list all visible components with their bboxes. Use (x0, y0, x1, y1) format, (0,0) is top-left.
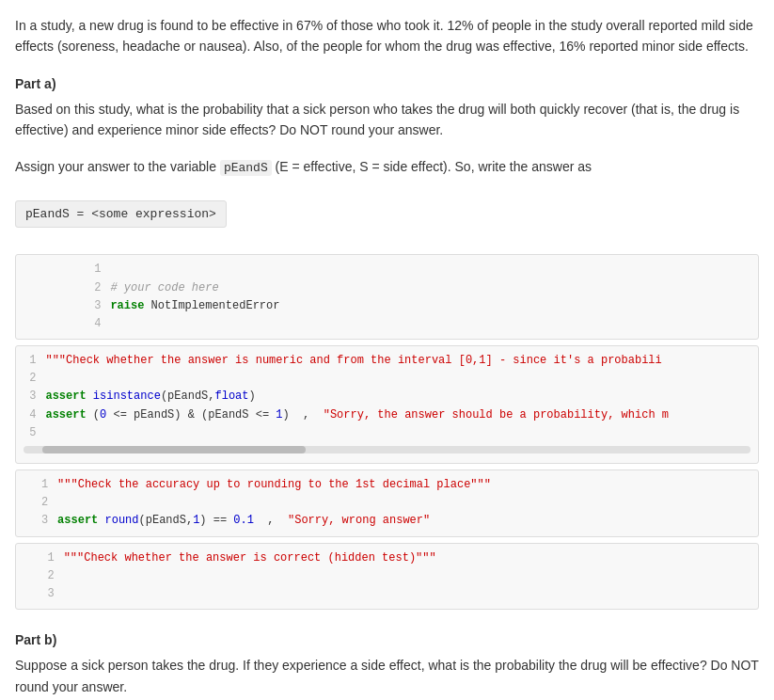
check3-code-block: 1 """Check whether the answer is correct… (15, 543, 759, 611)
check1-line-num-5: 5 (16, 424, 45, 442)
check3-line-1: 1 """Check whether the answer is correct… (16, 549, 758, 567)
check1-code-block: 1 """Check whether the answer is numeric… (15, 345, 759, 464)
line-num-2: 2 (16, 279, 110, 297)
part-a-assign-line: Assign your answer to the variable pEand… (15, 156, 759, 179)
line-content-2: # your code here (110, 279, 758, 297)
check1-line-1: 1 """Check whether the answer is numeric… (16, 352, 758, 370)
line-num-3: 3 (16, 297, 110, 315)
check2-lines: 1 """Check the accuracy up to rounding t… (16, 476, 758, 531)
check2-content-1: """Check the accuracy up to rounding to … (57, 476, 758, 494)
check1-line-3: 3 assert isinstance(pEandS,float) (16, 388, 758, 406)
check3-content-3 (64, 585, 758, 603)
check1-content-3: assert isinstance(pEandS,float) (45, 388, 758, 406)
template-expression: pEandS = <some expression> (15, 200, 227, 228)
part-b-heading: Part b) (15, 632, 759, 647)
check3-line-num-2: 2 (16, 567, 64, 585)
check1-line-2: 2 (16, 370, 758, 388)
editor-line-4: 4 (16, 315, 758, 333)
check1-content-1: """Check whether the answer is numeric a… (45, 352, 758, 370)
check1-content-5 (45, 424, 758, 442)
check1-line-num-4: 4 (16, 406, 45, 424)
check3-lines: 1 """Check whether the answer is correct… (16, 549, 758, 604)
part-b-question: Suppose a sick person takes the drug. If… (15, 655, 759, 697)
editor-code-block[interactable]: 1 2 # your code here 3 raise NotImplemen… (15, 254, 759, 340)
check2-code-block: 1 """Check the accuracy up to rounding t… (15, 469, 759, 537)
editor-line-1: 1 (16, 261, 758, 278)
editor-line-3: 3 raise NotImplementedError (16, 297, 758, 315)
check2-line-1: 1 """Check the accuracy up to rounding t… (16, 476, 758, 494)
editor-lines: 1 2 # your code here 3 raise NotImplemen… (16, 261, 758, 333)
check2-line-num-3: 3 (16, 512, 57, 530)
check3-content-1: """Check whether the answer is correct (… (64, 549, 758, 567)
check1-line-4: 4 assert (0 <= pEandS) & (pEandS <= 1) ,… (16, 406, 758, 424)
assign-suffix: (E = effective, S = side effect). So, wr… (272, 159, 592, 174)
check2-line-3: 3 assert round(pEandS,1) == 0.1 , "Sorry… (16, 512, 758, 530)
check3-line-num-3: 3 (16, 585, 64, 603)
check1-line-num-2: 2 (16, 370, 45, 388)
check2-content-2 (57, 494, 758, 512)
check1-line-5: 5 (16, 424, 758, 442)
line-content-3: raise NotImplementedError (110, 297, 758, 315)
line-num-1: 1 (16, 261, 110, 278)
check3-line-3: 3 (16, 585, 758, 603)
check1-lines: 1 """Check whether the answer is numeric… (16, 352, 758, 442)
part-a-heading: Part a) (15, 76, 759, 91)
check3-content-2 (64, 567, 758, 585)
intro-text: In a study, a new drug is found to be ef… (15, 15, 759, 57)
check2-line-num-2: 2 (16, 494, 57, 512)
scrollbar-track-1[interactable] (24, 446, 750, 453)
editor-line-2: 2 # your code here (16, 279, 758, 297)
line-content-4 (110, 315, 758, 333)
check2-content-3: assert round(pEandS,1) == 0.1 , "Sorry, … (57, 512, 758, 530)
scrollbar-thumb-1[interactable] (42, 446, 306, 453)
assign-prefix: Assign your answer to the variable (15, 159, 220, 174)
check1-content-2 (45, 370, 758, 388)
var-name-inline: pEandS (220, 160, 272, 176)
check2-line-num-1: 1 (16, 476, 57, 494)
check3-line-2: 2 (16, 567, 758, 585)
line-num-4: 4 (16, 315, 110, 333)
check1-content-4: assert (0 <= pEandS) & (pEandS <= 1) , "… (45, 406, 758, 424)
line-content-1 (110, 261, 758, 278)
check2-line-2: 2 (16, 494, 758, 512)
check1-line-num-1: 1 (16, 352, 45, 370)
part-a-question: Based on this study, what is the probabi… (15, 99, 759, 141)
check1-line-num-3: 3 (16, 388, 45, 406)
check3-line-num-1: 1 (16, 549, 64, 567)
